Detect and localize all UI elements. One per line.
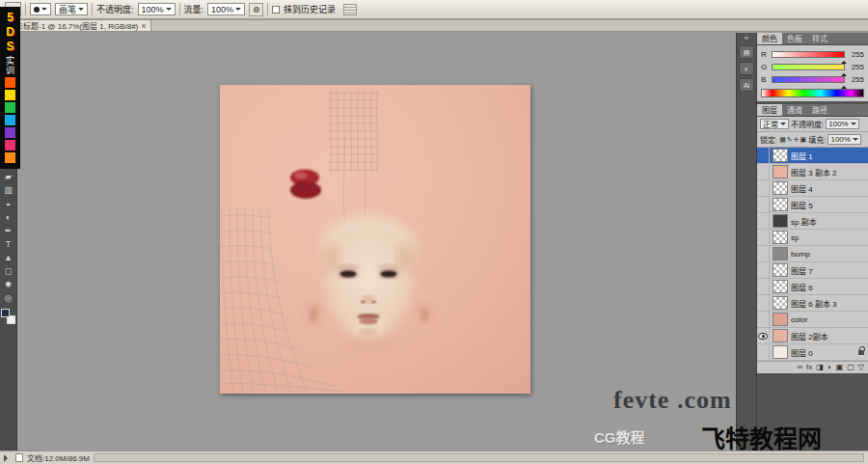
type-tool[interactable]: T [1, 237, 15, 251]
layer-row[interactable]: 图层 6 副本 3 [757, 295, 868, 312]
layer-row[interactable]: 图层 3 副本 2 [757, 164, 868, 180]
mode-select[interactable]: 画笔 [55, 3, 88, 15]
gradient-tool[interactable]: ▥ [1, 183, 15, 197]
layer-row[interactable]: 图层 0 [757, 344, 868, 361]
delete-layer-button[interactable]: ▽ [858, 362, 864, 373]
color-spectrum-ramp[interactable] [761, 89, 864, 97]
layer-row[interactable]: 图层 6 [757, 279, 868, 295]
panel-tab[interactable]: 样式 [807, 33, 832, 44]
hand-tool[interactable]: ✹ [1, 278, 15, 291]
layer-group-button[interactable]: ▣ [836, 362, 844, 373]
layer-thumbnail[interactable] [773, 329, 788, 342]
adjustments-panel-icon[interactable]: ◐ [739, 62, 754, 75]
opacity-field[interactable]: 100% [138, 3, 176, 15]
styles-panel-icon[interactable]: Ai [739, 78, 754, 92]
layer-style-button[interactable]: fx [806, 362, 812, 373]
fill-field[interactable]: 100% [827, 134, 860, 145]
layer-row[interactable]: 图层 2副本 [757, 328, 868, 344]
pen-tool[interactable]: ✒ [1, 224, 15, 237]
history-panel-icon[interactable]: ▤ [739, 45, 754, 59]
channel-slider[interactable] [772, 76, 845, 83]
layer-thumbnail[interactable] [773, 181, 788, 195]
visibility-toggle[interactable] [757, 328, 770, 343]
layer-row[interactable]: 图层 4 [757, 180, 868, 197]
layer-thumbnail[interactable] [773, 198, 788, 211]
new-layer-button[interactable]: ▢ [847, 362, 854, 373]
lock-transparency-icon[interactable]: ▦ [779, 135, 786, 144]
panel-tab[interactable]: 路径 [807, 104, 832, 116]
zoom-tool[interactable]: ◎ [1, 291, 15, 305]
layer-thumbnail[interactable] [773, 280, 788, 293]
status-menu-arrow-icon[interactable] [4, 454, 12, 462]
visibility-toggle[interactable] [757, 180, 770, 196]
path-select-tool[interactable]: ▲ [1, 251, 15, 264]
airbrush-toggle[interactable] [249, 3, 263, 16]
layer-row[interactable]: 图层 1 [757, 148, 868, 164]
channel-slider[interactable] [772, 51, 845, 58]
layer-thumbnail[interactable] [773, 165, 788, 178]
layer-row[interactable]: bump [757, 246, 868, 262]
layer-row[interactable]: sp [757, 230, 868, 246]
blur-tool[interactable]: ◒ [1, 197, 15, 210]
visibility-toggle[interactable] [757, 230, 770, 245]
visibility-toggle[interactable] [757, 279, 770, 294]
layer-row[interactable]: color [757, 312, 868, 328]
layer-thumbnail[interactable] [773, 149, 788, 162]
lock-paint-icon[interactable]: ✎ [787, 135, 793, 144]
layer-thumbnail[interactable] [773, 296, 788, 310]
visibility-toggle[interactable] [757, 262, 770, 278]
separator [92, 3, 93, 15]
layer-name: color [791, 315, 807, 324]
visibility-toggle[interactable] [757, 295, 770, 311]
blend-mode-select[interactable]: 正常 [760, 119, 789, 129]
link-layers-button[interactable]: ∞ [797, 362, 802, 373]
visibility-toggle[interactable] [757, 148, 770, 163]
foreground-color-swatch[interactable] [1, 309, 10, 317]
layer-row[interactable]: sp 副本 [757, 213, 868, 230]
collapse-dock-button[interactable]: « [745, 35, 748, 42]
horizontal-scrollbar[interactable] [94, 453, 864, 462]
adjustment-layer-button[interactable]: ◐ [827, 362, 832, 373]
visibility-toggle[interactable] [757, 312, 770, 327]
brush-preset-picker[interactable] [30, 3, 51, 15]
dodge-tool[interactable]: ◐ [1, 210, 15, 224]
flow-field[interactable]: 100% [207, 3, 245, 15]
panel-tab[interactable]: 色板 [782, 33, 807, 44]
panel-dock: « ▤◐Ai [736, 33, 756, 450]
visibility-toggle[interactable] [757, 246, 770, 261]
layer-thumbnail[interactable] [773, 345, 788, 359]
panel-tab[interactable]: 颜色 [757, 33, 782, 44]
visibility-toggle[interactable] [757, 164, 770, 179]
layer-row[interactable]: 图层 7 [757, 262, 868, 279]
lock-label: 锁定: [760, 134, 777, 145]
watermark-fevte: fevte .com [613, 386, 732, 415]
layer-thumbnail[interactable] [773, 263, 788, 277]
brush-dab-icon [34, 7, 40, 13]
panel-tab[interactable]: 图层 [757, 104, 782, 116]
visibility-toggle[interactable] [757, 344, 770, 360]
lock-all-icon[interactable]: ▣ [800, 135, 807, 144]
visibility-toggle[interactable] [757, 213, 770, 229]
layer-opacity-field[interactable]: 100% [826, 119, 858, 129]
watermark-brand-strip: 5DS 实训 [0, 7, 20, 169]
eraser-tool[interactable]: ▰ [1, 170, 15, 183]
add-mask-button[interactable]: ◨ [816, 362, 824, 373]
shape-tool[interactable]: ◻ [1, 264, 15, 278]
layer-thumbnail[interactable] [773, 313, 788, 326]
panel-tab[interactable]: 通道 [782, 104, 807, 116]
lock-position-icon[interactable]: ✛ [794, 135, 800, 144]
document-canvas[interactable] [220, 85, 530, 394]
layer-row[interactable]: 图层 5 [757, 197, 868, 213]
chevron-down-icon [853, 138, 858, 144]
close-tab-button[interactable]: × [141, 22, 146, 30]
layer-thumbnail[interactable] [773, 214, 788, 228]
erase-history-checkbox[interactable] [272, 6, 280, 14]
document-tab[interactable]: 未标题-1 @ 16.7%(图层 1, RGB/8#) × [1, 19, 151, 31]
layer-thumbnail[interactable] [773, 247, 788, 260]
channel-slider[interactable] [772, 64, 845, 70]
brush-panel-toggle[interactable] [343, 4, 357, 15]
color-swatches[interactable] [1, 309, 15, 324]
slider-thumb-icon[interactable] [841, 83, 847, 89]
visibility-toggle[interactable] [757, 197, 770, 212]
layer-thumbnail[interactable] [773, 231, 788, 244]
